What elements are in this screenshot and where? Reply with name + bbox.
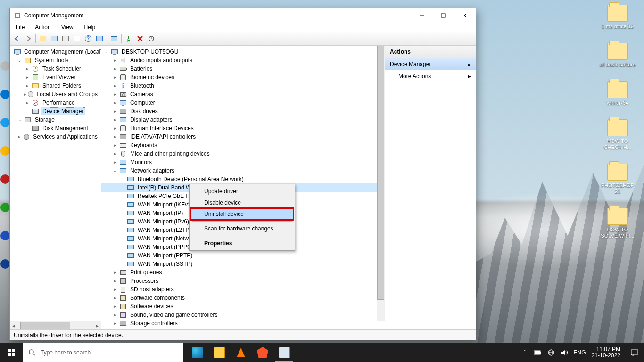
context-item-properties[interactable]: Properties	[191, 238, 293, 249]
context-item-scan-hardware[interactable]: Scan for hardware changes	[191, 223, 293, 234]
system-tray: ˄ ENG 11:07 PM 21-10-2022	[516, 346, 625, 359]
toolbar: ?	[10, 32, 476, 45]
toolbar-icon[interactable]	[94, 33, 105, 44]
device-root[interactable]: ⌄DESKTOP-UOT5OGU	[101, 48, 377, 56]
tree-label: Mice and other pointing devices	[129, 150, 211, 157]
device-category[interactable]: ▸Audio inputs and outputs	[101, 56, 377, 65]
tree-label: Event Viewer	[41, 74, 77, 81]
taskbar-app-compmgmt[interactable]	[273, 343, 295, 362]
menu-file[interactable]: File	[14, 23, 26, 32]
taskbar-app-edge[interactable]	[187, 343, 208, 362]
tree-item-event-viewer[interactable]: ▸Event Viewer	[10, 73, 101, 82]
tray-network-icon[interactable]	[547, 349, 555, 356]
forward-button[interactable]	[23, 33, 33, 44]
actions-section[interactable]: Device Manager▲	[385, 58, 476, 70]
tree-item-local-users[interactable]: ▸Local Users and Groups	[10, 90, 101, 99]
tree-label: Display adapters	[129, 116, 173, 123]
menu-action[interactable]: Action	[33, 23, 52, 32]
desktop-icons: 1 ms office 19 all basic softare winrar-…	[599, 5, 636, 239]
tree-item-services-apps[interactable]: ▸Services and Applications	[10, 132, 101, 141]
device-category[interactable]: ▸Software devices	[101, 302, 377, 311]
device-category[interactable]: ▸ᛒBluetooth	[101, 82, 377, 90]
notification-center-button[interactable]	[625, 343, 644, 362]
close-button[interactable]	[454, 9, 475, 22]
desktop-folder[interactable]: HOW TO SOLVE WIFI...	[599, 208, 636, 239]
tree-item-system-tools[interactable]: ⌄System Tools	[10, 56, 101, 65]
back-button[interactable]	[12, 33, 22, 44]
tree-label: WAN Miniport (IKEv2)	[136, 201, 194, 208]
desktop-folder[interactable]: winrar-64	[599, 81, 636, 106]
enable-device-icon[interactable]	[124, 33, 134, 44]
tree-label: Disk Management	[41, 125, 90, 132]
toolbar-icon[interactable]	[49, 33, 59, 44]
device-item[interactable]: WAN Miniport (PPTP)	[101, 251, 377, 260]
device-category[interactable]: ▸Disk drives	[101, 107, 377, 115]
device-category[interactable]: ▸IDE ATA/ATAPI controllers	[101, 132, 377, 141]
tree-label: WAN Miniport (IPv6)	[136, 218, 190, 225]
desktop-folder[interactable]: 1 ms office 19	[599, 5, 636, 30]
tray-language[interactable]: ENG	[574, 349, 586, 356]
tray-clock[interactable]: 11:07 PM 21-10-2022	[592, 346, 620, 359]
device-category[interactable]: ▸Monitors	[101, 158, 377, 166]
desktop-folder[interactable]: all basic softare	[599, 43, 636, 68]
actions-more[interactable]: More Actions▶	[385, 70, 476, 82]
tree-label: Batteries	[129, 66, 154, 72]
toolbar-icon[interactable]	[109, 33, 119, 44]
taskbar: Type here to search ˄ ENG 11:07 PM 21-10…	[0, 343, 644, 362]
start-button[interactable]	[0, 343, 23, 362]
toolbar-icon[interactable]	[38, 33, 48, 44]
disable-device-icon[interactable]	[135, 33, 145, 44]
titlebar[interactable]: Computer Management	[10, 8, 476, 23]
toolbar-icon[interactable]	[60, 33, 71, 44]
context-item-uninstall-device[interactable]: Uninstall device	[191, 208, 293, 220]
context-item-update-driver[interactable]: Update driver	[191, 186, 293, 197]
horizontal-scrollbar[interactable]: ◂▸	[10, 321, 101, 329]
device-category[interactable]: ▸Print queues	[101, 268, 377, 277]
device-category[interactable]: ▸Biometric devices	[101, 73, 377, 82]
vertical-scrollbar[interactable]	[377, 46, 385, 321]
device-category[interactable]: ▸SD host adapters	[101, 285, 377, 294]
desktop-folder-label: HOW TO CHECK H...	[599, 138, 636, 150]
menu-help[interactable]: Help	[82, 23, 98, 32]
device-category[interactable]: ▸Processors	[101, 277, 377, 285]
device-category[interactable]: ▸Batteries	[101, 65, 377, 73]
tree-item-shared-folders[interactable]: ▸Shared Folders	[10, 82, 101, 90]
tree-label: System Tools	[33, 57, 70, 64]
tree-item-device-manager[interactable]: ▸Device Manager	[10, 107, 101, 115]
tray-volume-icon[interactable]	[561, 349, 568, 356]
tray-battery-icon[interactable]	[534, 349, 542, 356]
help-button[interactable]: ?	[83, 33, 93, 44]
device-category[interactable]: ▸Software components	[101, 294, 377, 302]
device-category[interactable]: ▸Mice and other pointing devices	[101, 149, 377, 158]
context-item-disable-device[interactable]: Disable device	[191, 197, 293, 208]
device-category[interactable]: ▸Sound, video and game controllers	[101, 311, 377, 319]
tray-date: 21-10-2022	[592, 353, 620, 359]
taskbar-app-explorer[interactable]	[208, 343, 230, 362]
device-item[interactable]: Bluetooth Device (Personal Area Network)	[101, 175, 377, 183]
device-item[interactable]: WAN Miniport (SSTP)	[101, 260, 377, 268]
device-category-network[interactable]: ⌄Network adapters	[101, 166, 377, 175]
toolbar-icon[interactable]	[72, 33, 82, 44]
taskbar-app-vlc[interactable]	[230, 343, 252, 362]
menu-view[interactable]: View	[59, 23, 75, 32]
device-category[interactable]: ▸Human Interface Devices	[101, 124, 377, 132]
taskbar-search[interactable]: Type here to search	[23, 343, 183, 362]
desktop-folder[interactable]: HOW TO CHECK H...	[599, 119, 636, 150]
tree-item-storage[interactable]: ⌄Storage	[10, 115, 101, 124]
tree-item-task-scheduler[interactable]: ▸Task Scheduler	[10, 65, 101, 73]
device-category[interactable]: ▸Storage controllers	[101, 319, 377, 328]
device-category[interactable]: ▸Computer	[101, 99, 377, 107]
device-category[interactable]: ▸Keyboards	[101, 141, 377, 149]
tree-item-disk-management[interactable]: ▸Disk Management	[10, 124, 101, 132]
update-driver-icon[interactable]	[146, 33, 157, 44]
maximize-button[interactable]	[432, 9, 454, 22]
tray-chevron-up-icon[interactable]: ˄	[521, 349, 528, 356]
minimize-button[interactable]	[411, 9, 432, 22]
tree-item-performance[interactable]: ▸Performance	[10, 99, 101, 107]
taskbar-app-brave[interactable]	[252, 343, 273, 362]
desktop-folder[interactable]: PHOTOSHOP 21	[599, 164, 636, 195]
tree-label: Storage	[33, 116, 56, 123]
device-category[interactable]: ▸Cameras	[101, 90, 377, 99]
device-category[interactable]: ▸Display adapters	[101, 115, 377, 124]
tree-root[interactable]: ▸Computer Management (Local)	[10, 48, 101, 56]
